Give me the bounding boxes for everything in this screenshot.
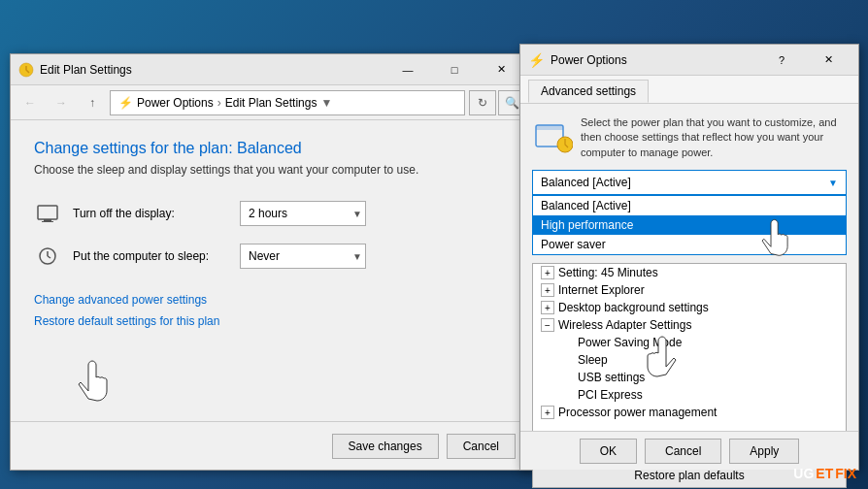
plan-subtitle: Choose the sleep and display settings th… — [34, 163, 508, 177]
power-options-icon: ⚡ — [528, 52, 545, 68]
expand-icon: + — [541, 406, 554, 419]
power-options-window: ⚡ Power Options ? ✕ Advanced settings Se… — [519, 44, 859, 471]
path-dropdown-arrow: ▼ — [320, 96, 332, 110]
plan-selector-area: Balanced [Active] ▼ Balanced [Active] Hi… — [532, 170, 847, 255]
save-changes-button[interactable]: Save changes — [332, 434, 439, 459]
active-plan-dropdown[interactable]: Balanced [Active] ▼ — [532, 170, 847, 195]
edit-plan-window-controls: — □ ✕ — [385, 54, 523, 85]
edit-plan-window: Edit Plan Settings — □ ✕ ← → ↑ ⚡ Power O… — [10, 53, 532, 471]
forward-button: → — [48, 89, 75, 116]
close-button[interactable]: ✕ — [479, 54, 523, 85]
minimize-button[interactable]: — — [385, 54, 430, 85]
po-description-text: Select the power plan that you want to c… — [581, 116, 837, 158]
tree-item-setting[interactable]: + Setting: 45 Minutes — [533, 264, 846, 281]
po-desc-icon — [532, 115, 575, 158]
tree-label: Setting: 45 Minutes — [558, 266, 658, 279]
expand-icon: − — [541, 318, 554, 332]
path-part2: Edit Plan Settings — [225, 96, 317, 110]
tree-label: Processor power management — [558, 406, 717, 419]
tree-item-sleep[interactable]: Sleep — [552, 351, 846, 369]
display-select[interactable]: 2 hours 1 minute 5 minutes 15 minutes 30… — [240, 201, 366, 226]
tree-item-wireless[interactable]: − Wireless Adapter Settings — [533, 316, 846, 334]
ok-button[interactable]: OK — [580, 439, 637, 464]
back-button: ← — [17, 89, 44, 116]
tree-item-desktop[interactable]: + Desktop background settings — [533, 299, 846, 316]
sleep-setting-row: Put the computer to sleep: Never 1 minut… — [34, 243, 508, 270]
hand-cursor-1 — [69, 350, 117, 411]
svg-rect-2 — [44, 219, 51, 221]
settings-tree[interactable]: + Setting: 45 Minutes + Internet Explore… — [532, 263, 847, 457]
plan-options-list: Balanced [Active] High performance Power… — [532, 195, 847, 255]
advanced-settings-tab[interactable]: Advanced settings — [528, 80, 649, 103]
po-close-button[interactable]: ✕ — [806, 45, 851, 76]
plan-title: Change settings for the plan: Balanced — [34, 140, 508, 157]
tree-item-pci[interactable]: PCI Express — [552, 386, 846, 404]
sleep-select-wrapper: Never 1 minute 5 minutes 15 minutes 30 m… — [240, 244, 366, 269]
sleep-icon — [34, 243, 61, 270]
plan-dropdown-arrow: ▼ — [828, 178, 838, 188]
restore-defaults-link[interactable]: Restore default settings for this plan — [34, 314, 508, 328]
tree-label: Sleep — [578, 353, 608, 367]
tree-label: PCI Express — [578, 388, 643, 402]
address-path: ⚡ Power Options › Edit Plan Settings ▼ — [110, 90, 465, 115]
tree-label: Internet Explorer — [558, 283, 645, 297]
svg-rect-3 — [42, 221, 53, 222]
path-separator: › — [217, 96, 221, 110]
display-icon — [34, 200, 61, 227]
plan-option-power-saver[interactable]: Power saver — [533, 235, 846, 254]
plan-option-balanced[interactable]: Balanced [Active] — [533, 196, 846, 215]
address-actions: ↻ 🔍 — [469, 90, 525, 115]
tree-label: USB settings — [578, 371, 645, 384]
po-help-button[interactable]: ? — [759, 45, 804, 76]
display-select-wrapper: 2 hours 1 minute 5 minutes 15 minutes 30… — [240, 201, 366, 226]
address-bar: ← → ↑ ⚡ Power Options › Edit Plan Settin… — [11, 85, 531, 120]
svg-rect-1 — [38, 206, 57, 219]
po-footer: OK Cancel Apply — [520, 431, 858, 470]
up-button[interactable]: ↑ — [79, 89, 106, 116]
links-area: Change advanced power settings Restore d… — [34, 293, 508, 328]
expand-icon: + — [541, 266, 554, 279]
edit-plan-content: Change settings for the plan: Balanced C… — [11, 120, 531, 355]
watermark-ug: UG — [793, 466, 814, 481]
edit-plan-footer: Save changes Cancel — [11, 421, 531, 470]
tree-label: Desktop background settings — [558, 301, 709, 314]
po-window-controls: ? ✕ — [759, 45, 851, 76]
edit-plan-title: Edit Plan Settings — [40, 63, 385, 77]
edit-plan-icon — [18, 62, 34, 78]
tree-item-ie[interactable]: + Internet Explorer — [533, 281, 846, 299]
tree-item-usb[interactable]: USB settings — [552, 369, 846, 386]
cancel-button[interactable]: Cancel — [645, 439, 721, 464]
power-options-title: Power Options — [551, 53, 759, 67]
tree-item-power-saving[interactable]: Power Saving Mode — [552, 334, 846, 351]
plan-option-high-performance[interactable]: High performance — [533, 215, 846, 235]
refresh-button[interactable]: ↻ — [469, 90, 496, 115]
po-description: Select the power plan that you want to c… — [532, 115, 847, 160]
path-icon: ⚡ — [118, 96, 133, 110]
display-setting-row: Turn off the display: 2 hours 1 minute 5… — [34, 200, 508, 227]
display-label: Turn off the display: — [73, 207, 228, 220]
advanced-power-link[interactable]: Change advanced power settings — [34, 293, 508, 307]
watermark-et: ET — [816, 466, 833, 481]
edit-plan-titlebar: Edit Plan Settings — □ ✕ — [11, 54, 531, 85]
watermark-fix: FIX — [835, 466, 856, 481]
maximize-button[interactable]: □ — [432, 54, 477, 85]
sleep-label: Put the computer to sleep: — [73, 249, 228, 263]
tree-label: Power Saving Mode — [578, 336, 682, 349]
tree-item-processor[interactable]: + Processor power management — [533, 404, 846, 421]
path-part1: Power Options — [137, 96, 214, 110]
svg-rect-6 — [536, 125, 563, 130]
sleep-select[interactable]: Never 1 minute 5 minutes 15 minutes 30 m… — [240, 244, 366, 269]
watermark: UG ET FIX — [793, 466, 856, 481]
expand-icon: + — [541, 283, 554, 297]
apply-button[interactable]: Apply — [729, 439, 799, 464]
tree-label: Wireless Adapter Settings — [558, 318, 691, 332]
active-plan-value: Balanced [Active] — [541, 176, 631, 189]
po-tab-bar: Advanced settings — [520, 76, 858, 104]
expand-icon: + — [541, 301, 554, 314]
power-options-titlebar: ⚡ Power Options ? ✕ — [520, 45, 858, 76]
cancel-button[interactable]: Cancel — [447, 434, 516, 459]
